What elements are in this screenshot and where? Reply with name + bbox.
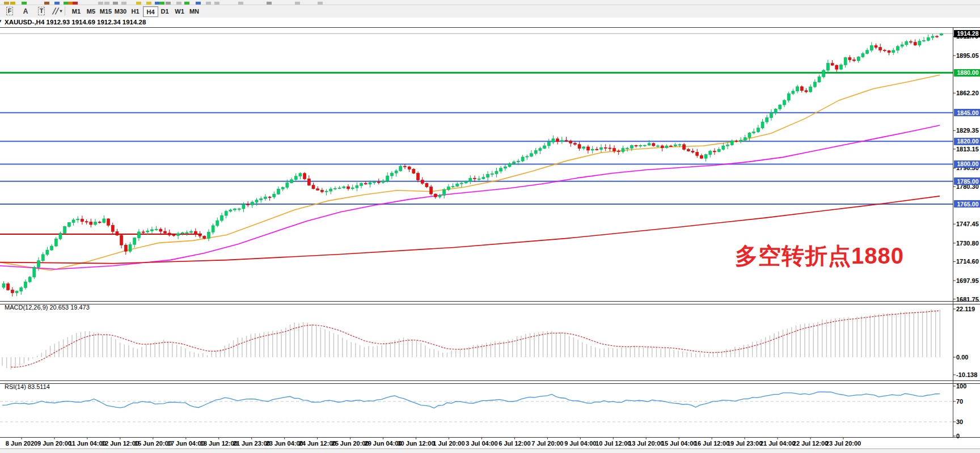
candle-body	[146, 231, 149, 232]
candle-body	[582, 147, 585, 149]
candle-body	[133, 238, 136, 245]
candle-body	[77, 219, 79, 219]
macd-tick-0.00: 0.00	[956, 354, 968, 361]
candle-body	[826, 63, 829, 70]
macd-panel-separator[interactable]	[0, 301, 980, 304]
candle-body	[521, 157, 524, 161]
candle-body	[626, 148, 629, 149]
candle-body	[487, 174, 489, 177]
candle-body	[813, 82, 816, 87]
candle-body	[657, 146, 660, 146]
candle-body	[221, 215, 223, 221]
candle-body	[513, 162, 516, 164]
candle-body	[164, 231, 167, 233]
candle-body	[870, 45, 873, 50]
candle-body	[447, 187, 450, 190]
candle-body	[839, 65, 842, 69]
candle-body	[399, 166, 402, 171]
time-label-15: 3 Jul 04:00	[466, 440, 497, 447]
time-label-7: 18 Jun 12:00	[200, 440, 238, 447]
candle-body	[905, 41, 908, 45]
candle-body	[853, 60, 856, 61]
candle-body	[15, 291, 18, 293]
candle-body	[491, 174, 493, 175]
candle-body	[730, 141, 733, 145]
candle-body	[299, 173, 302, 176]
price-tick-1829.35: 1829.35	[956, 127, 979, 134]
candle-body	[20, 287, 23, 291]
candle-body	[120, 235, 123, 245]
price-label-1880.00: 1880.00	[954, 69, 980, 77]
candle-body	[761, 122, 764, 128]
candle-body	[247, 204, 250, 205]
candle-body	[674, 145, 677, 146]
macd-tick-22.119: 22.119	[956, 306, 975, 312]
candle-body	[901, 45, 903, 46]
rsi-tick-30: 30	[956, 418, 963, 425]
rsi-tick-0: 0	[956, 433, 960, 439]
candle-body	[539, 149, 542, 151]
candle-body	[683, 145, 686, 150]
chart-canvas[interactable]	[0, 0, 980, 453]
candle-body	[81, 219, 83, 221]
candle-body	[312, 185, 315, 189]
candle-body	[796, 87, 799, 91]
candle-body	[783, 100, 786, 105]
candle-body	[177, 234, 180, 236]
price-label-1914.28: 1914.28	[954, 30, 980, 37]
chart-top-border	[0, 27, 980, 28]
time-label-10: 24 Jun 12:00	[299, 440, 336, 447]
candle-body	[844, 58, 847, 65]
candle-body	[779, 105, 782, 109]
candle-body	[338, 188, 341, 188]
candle-body	[709, 151, 712, 155]
time-label-26: 23 Jul 20:00	[826, 440, 861, 447]
candle-body	[85, 222, 88, 222]
candle-body	[451, 187, 454, 187]
time-label-12: 29 Jun 04:00	[365, 440, 402, 447]
candle-body	[573, 143, 576, 145]
candle-body	[753, 132, 755, 133]
time-label-22: 16 Jul 12:00	[694, 440, 729, 447]
candle-body	[936, 36, 939, 37]
candle-body	[124, 245, 127, 251]
rsi-panel-separator[interactable]	[0, 380, 980, 384]
candle-body	[940, 33, 943, 35]
candle-body	[722, 146, 725, 149]
candle-body	[617, 151, 620, 151]
candle-body	[408, 167, 411, 169]
candle-body	[364, 183, 367, 184]
candle-body	[578, 145, 581, 149]
candle-body	[103, 219, 105, 223]
candle-body	[347, 187, 350, 189]
candle-body	[94, 222, 96, 225]
time-label-8: 21 Jun 23:00	[233, 440, 271, 447]
candle-body	[360, 183, 363, 185]
candle-body	[622, 149, 624, 152]
candle-body	[857, 57, 860, 61]
candle-body	[54, 239, 57, 246]
time-label-6: 17 Jun 04:00	[167, 440, 205, 447]
price-tick-1730.80: 1730.80	[956, 240, 979, 247]
candle-body	[569, 141, 572, 143]
candle-body	[923, 40, 926, 41]
candle-body	[382, 181, 385, 183]
candle-body	[142, 232, 145, 232]
time-label-3: 11 Jun 04:00	[69, 440, 105, 447]
candle-body	[735, 141, 738, 141]
candle-body	[700, 155, 703, 158]
candle-body	[290, 180, 293, 183]
candle-body	[434, 194, 437, 197]
time-label-2: 9 Jun 20:00	[37, 440, 71, 447]
candle-body	[443, 189, 446, 195]
price-label-1800.00: 1800.00	[954, 160, 980, 168]
candle-body	[604, 147, 607, 148]
candle-body	[770, 113, 772, 118]
candle-body	[552, 139, 555, 142]
candle-body	[111, 225, 114, 231]
candle-body	[665, 146, 668, 147]
candle-body	[59, 233, 62, 239]
time-label-25: 22 Jul 12:00	[793, 440, 828, 447]
candle-body	[46, 250, 49, 255]
candle-body	[172, 235, 175, 236]
